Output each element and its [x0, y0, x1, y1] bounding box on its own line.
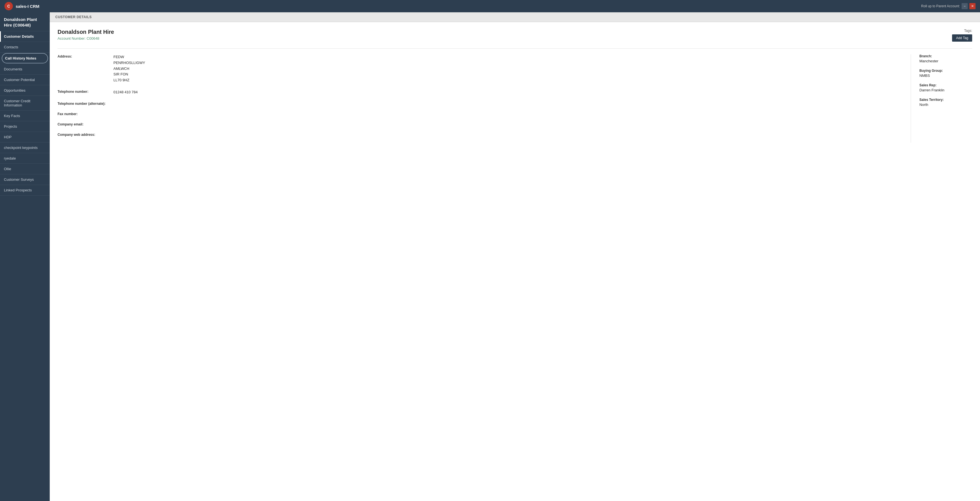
main-layout: Donaldson Plant Hire (C00648) Customer D… — [0, 12, 980, 501]
branch-item: Branch: Manchester — [920, 54, 972, 63]
sales-rep-value: Darren Franklin — [920, 88, 972, 92]
company-email-row: Company email: — [57, 122, 902, 126]
sales-rep-item: Sales Rep: Darren Franklin — [920, 83, 972, 92]
subheader: CUSTOMER DETAILS — [50, 12, 980, 22]
telephone-alt-row: Telephone number (alternate): — [57, 102, 902, 106]
roll-up-label: Roll up to Parent Account: — [921, 4, 960, 8]
buying-group-item: Buying Group: NMBS — [920, 69, 972, 78]
add-tag-button[interactable]: Add Tag — [952, 34, 972, 41]
app-title: sales-I CRM — [16, 4, 40, 9]
sales-territory-item: Sales Territory: North — [920, 98, 972, 107]
content-area: CUSTOMER DETAILS Donaldson Plant Hire Ac… — [50, 12, 980, 501]
tags-label: Tags: — [952, 29, 972, 33]
app-logo: C — [5, 2, 13, 10]
company-web-row: Company web address: — [57, 132, 902, 137]
telephone-row: Telephone number: 01248 410 784 — [57, 89, 902, 95]
sidebar-item-customer-details[interactable]: Customer Details — [0, 31, 50, 42]
sidebar-item-hdp[interactable]: HDP — [0, 132, 50, 143]
tags-section: Tags: Add Tag — [952, 29, 972, 41]
sidebar-item-documents[interactable]: Documents — [0, 64, 50, 75]
sales-territory-label: Sales Territory: — [920, 98, 972, 102]
branch-label: Branch: — [920, 54, 972, 58]
fax-row: Fax number: — [57, 112, 902, 116]
sales-rep-label: Sales Rep: — [920, 83, 972, 87]
address-value: FEDW PENRHOSLLIGWY AMLWCH SIR FON LL70 9… — [113, 54, 145, 83]
topbar-right: Roll up to Parent Account: − ✕ — [921, 3, 975, 9]
address-label: Address: — [57, 54, 113, 59]
customer-header: Donaldson Plant Hire Account Number: C00… — [57, 29, 972, 41]
sidebar-item-opportunities[interactable]: Opportunities — [0, 85, 50, 96]
sidebar: Donaldson Plant Hire (C00648) Customer D… — [0, 12, 50, 501]
buying-group-label: Buying Group: — [920, 69, 972, 73]
customer-info: Donaldson Plant Hire Account Number: C00… — [57, 29, 114, 41]
buying-group-value: NMBS — [920, 73, 972, 78]
sales-territory-value: North — [920, 103, 972, 107]
telephone-alt-label: Telephone number (alternate): — [57, 102, 113, 106]
sidebar-item-customer-potential[interactable]: Customer Potential — [0, 75, 50, 85]
subheader-label: CUSTOMER DETAILS — [55, 15, 92, 19]
close-button[interactable]: ✕ — [969, 3, 975, 9]
details-side: Branch: Manchester Buying Group: NMBS Sa… — [911, 54, 972, 143]
sidebar-item-customer-credit-information[interactable]: Customer Credit Information — [0, 96, 50, 111]
address-row: Address: FEDW PENRHOSLLIGWY AMLWCH SIR F… — [57, 54, 902, 83]
sidebar-item-key-facts[interactable]: Key Facts — [0, 111, 50, 121]
details-main: Address: FEDW PENRHOSLLIGWY AMLWCH SIR F… — [57, 54, 902, 143]
sidebar-company-header: Donaldson Plant Hire (C00648) — [0, 12, 50, 31]
sidebar-item-linked-prospects[interactable]: Linked Prospects — [0, 185, 50, 196]
account-number-value: C00648 — [87, 36, 99, 41]
sidebar-item-ollie[interactable]: Ollie — [0, 164, 50, 174]
page-content: Donaldson Plant Hire Account Number: C00… — [50, 22, 980, 501]
details-section: Address: FEDW PENRHOSLLIGWY AMLWCH SIR F… — [57, 48, 972, 143]
customer-name: Donaldson Plant Hire — [57, 29, 114, 35]
sidebar-item-customer-surveys[interactable]: Customer Surveys — [0, 174, 50, 185]
minimize-button[interactable]: − — [962, 3, 968, 9]
telephone-value: 01248 410 784 — [113, 89, 138, 95]
branch-value: Manchester — [920, 59, 972, 63]
sidebar-item-call-history-notes[interactable]: Call History Notes — [2, 53, 48, 64]
company-email-label: Company email: — [57, 122, 113, 126]
company-web-label: Company web address: — [57, 132, 113, 137]
topbar: C sales-I CRM Roll up to Parent Account:… — [0, 0, 980, 12]
account-number-label: Account Number: — [57, 36, 86, 41]
sidebar-item-ryedale[interactable]: ryedale — [0, 153, 50, 164]
sidebar-item-checkpoint-keypoints[interactable]: checkpoint keypoints — [0, 143, 50, 153]
sidebar-item-contacts[interactable]: Contacts — [0, 42, 50, 52]
sidebar-item-projects[interactable]: Projects — [0, 121, 50, 132]
fax-label: Fax number: — [57, 112, 113, 116]
telephone-label: Telephone number: — [57, 89, 113, 94]
account-number: Account Number: C00648 — [57, 36, 114, 41]
